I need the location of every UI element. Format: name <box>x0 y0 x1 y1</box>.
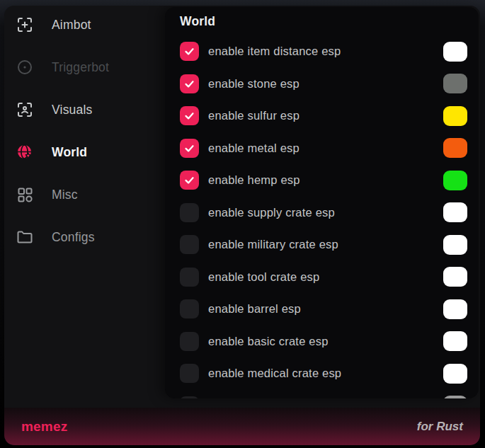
sidebar-item-aimbot[interactable]: Aimbot <box>4 9 165 40</box>
esp-checkbox[interactable] <box>180 171 199 190</box>
checkmark-icon <box>183 45 195 57</box>
sidebar-item-label: Aimbot <box>52 18 91 33</box>
world-settings-panel: World enable item distance esp enable st… <box>165 7 479 398</box>
esp-checkbox[interactable] <box>180 268 199 287</box>
esp-setting-label: enable tool crate esp <box>208 270 443 284</box>
esp-setting-label: enable metal esp <box>208 142 443 155</box>
footer-bar: memez for Rust <box>4 408 480 445</box>
esp-setting-row: enable supply crate esp <box>165 197 479 229</box>
triggerbot-icon <box>16 59 33 76</box>
esp-setting-label: enable supply crate esp <box>208 206 443 219</box>
esp-setting-label: enable stone esp <box>208 77 443 91</box>
aimbot-icon <box>16 16 33 33</box>
color-swatch[interactable] <box>443 202 467 222</box>
esp-checkbox[interactable] <box>180 299 199 318</box>
esp-setting-label: enable barrel esp <box>208 302 443 316</box>
esp-checkbox[interactable] <box>180 203 199 222</box>
sidebar: Aimbot Triggerbot Visuals <box>4 6 165 402</box>
esp-setting-label: enable medical crate esp <box>208 367 443 380</box>
color-swatch[interactable] <box>443 106 467 126</box>
esp-row-list: enable item distance esp enable stone es… <box>165 35 479 398</box>
sidebar-item-label: Visuals <box>52 103 93 117</box>
brand-logo: memez <box>21 419 67 435</box>
esp-checkbox[interactable] <box>180 106 199 125</box>
esp-setting-row: enable sulfur esp <box>165 100 479 132</box>
sidebar-item-world[interactable]: World <box>4 137 165 168</box>
color-swatch[interactable] <box>443 364 467 384</box>
sidebar-item-configs[interactable]: Configs <box>4 222 165 253</box>
esp-checkbox[interactable] <box>180 396 199 398</box>
esp-checkbox[interactable] <box>180 364 199 383</box>
page-title: World <box>180 14 215 29</box>
color-swatch[interactable] <box>443 396 467 398</box>
esp-setting-row: enable metal esp <box>165 132 479 165</box>
esp-setting-row: enable hemp esp <box>165 164 479 197</box>
esp-checkbox[interactable] <box>180 332 199 351</box>
color-swatch[interactable] <box>443 267 467 287</box>
sidebar-item-label: World <box>52 145 87 160</box>
sidebar-item-label: Configs <box>52 230 95 245</box>
esp-setting-row: enable item distance esp <box>165 35 479 68</box>
checkmark-icon <box>183 142 195 154</box>
esp-checkbox[interactable] <box>180 42 199 61</box>
esp-checkbox[interactable] <box>180 139 199 158</box>
checkmark-icon <box>183 78 195 90</box>
color-swatch[interactable] <box>443 42 467 62</box>
esp-setting-row <box>165 390 479 399</box>
esp-setting-row: enable basic crate esp <box>165 326 479 358</box>
esp-setting-label: enable hemp esp <box>208 173 443 187</box>
esp-checkbox[interactable] <box>180 74 199 93</box>
esp-setting-label: enable military crate esp <box>208 238 443 251</box>
checkmark-icon <box>183 174 195 186</box>
sidebar-item-label: Triggerbot <box>52 60 109 75</box>
misc-icon <box>16 186 33 203</box>
esp-setting-row: enable military crate esp <box>165 229 479 261</box>
visuals-icon <box>16 101 33 118</box>
esp-setting-row: enable tool crate esp <box>165 261 479 294</box>
color-swatch[interactable] <box>443 331 467 351</box>
color-swatch[interactable] <box>443 299 467 319</box>
esp-setting-row: enable medical crate esp <box>165 357 479 390</box>
sidebar-item-misc[interactable]: Misc <box>4 179 165 210</box>
brand-tagline: for Rust <box>417 420 463 434</box>
color-swatch[interactable] <box>443 235 467 255</box>
esp-setting-label: enable item distance esp <box>208 45 443 58</box>
sidebar-item-label: Misc <box>52 188 78 202</box>
esp-setting-label: enable sulfur esp <box>208 109 443 122</box>
configs-icon <box>16 229 33 246</box>
esp-setting-label: enable basic crate esp <box>208 335 443 348</box>
esp-checkbox[interactable] <box>180 235 199 254</box>
color-swatch[interactable] <box>443 138 467 158</box>
sidebar-item-triggerbot[interactable]: Triggerbot <box>4 52 165 83</box>
color-swatch[interactable] <box>443 74 467 93</box>
sidebar-item-visuals[interactable]: Visuals <box>4 94 165 125</box>
esp-setting-row: enable stone esp <box>165 68 479 100</box>
checkmark-icon <box>183 110 195 122</box>
color-swatch[interactable] <box>443 171 467 190</box>
world-icon <box>16 144 33 161</box>
cheat-window: Aimbot Triggerbot Visuals <box>4 6 480 445</box>
esp-setting-row: enable barrel esp <box>165 293 479 326</box>
